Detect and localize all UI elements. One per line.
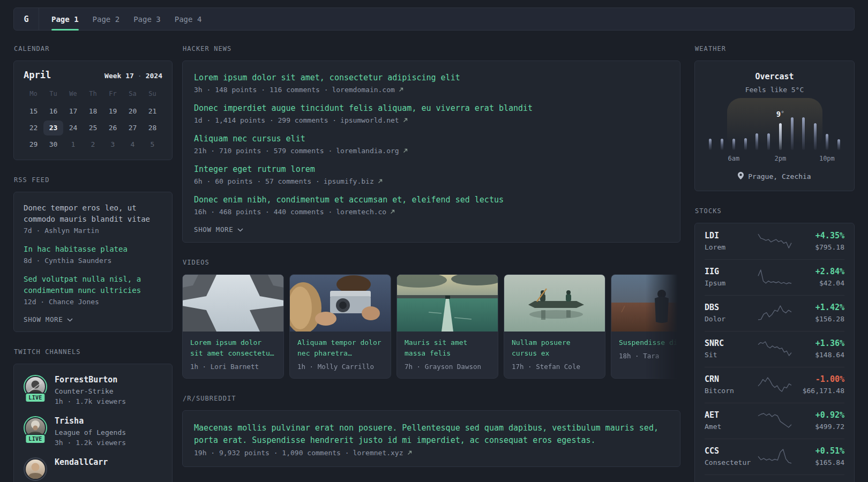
- calendar-year: 2024: [146, 72, 162, 80]
- video-card[interactable]: Lorem ipsum dolor sit amet consectetu… 1…: [182, 274, 284, 379]
- video-card[interactable]: Aliquam tempor dolor nec pharetra… 1h · …: [289, 274, 391, 379]
- weather-chart: 9°: [705, 101, 844, 150]
- video-meta: 18h · Tara: [619, 352, 680, 360]
- video-thumbnail-canoe-lake: [504, 275, 605, 332]
- hn-show-more-button[interactable]: SHOW MORE: [194, 225, 243, 234]
- external-link-icon: [403, 118, 408, 123]
- video-thumbnail-camera-hands: [290, 275, 391, 332]
- weather-bar: [791, 117, 794, 150]
- tab-page-4[interactable]: Page 4: [168, 8, 209, 30]
- hn-item-domain[interactable]: loremlandia.org: [336, 147, 399, 155]
- subreddit-post-title[interactable]: Maecenas mollis pulvinar erat non posuer…: [194, 422, 669, 447]
- tab-page-3[interactable]: Page 3: [126, 8, 168, 30]
- video-title[interactable]: Lorem ipsum dolor sit amet consectetu…: [190, 337, 276, 359]
- twitch-channel-name[interactable]: ForrestBurton: [55, 375, 126, 385]
- hn-item-title[interactable]: Lorem ipsum dolor sit amet, consectetur …: [194, 72, 669, 84]
- stock-symbol[interactable]: SNRC: [705, 338, 755, 348]
- video-card[interactable]: Nullam posuere cursus ex 17h · Stefan Co…: [504, 274, 605, 379]
- video-title[interactable]: Nullam posuere cursus ex: [512, 337, 597, 359]
- stock-row[interactable]: CRN Bitcorn -1.00% $66,171.48: [705, 367, 844, 403]
- stock-symbol[interactable]: AET: [705, 410, 755, 420]
- rss-show-more-button[interactable]: SHOW MORE: [24, 315, 73, 323]
- hn-item: Donec enim nibh, condimentum et accumsan…: [194, 194, 669, 216]
- weather-times: 6am2pm10pm: [705, 155, 844, 163]
- twitch-channel-name[interactable]: Trisha: [55, 416, 126, 426]
- rss-item-title[interactable]: In hac habitasse platea: [24, 244, 162, 255]
- hn-item-title[interactable]: Aliquam nec cursus elit: [194, 133, 669, 145]
- twitch-widget-title: TWITCH CHANNELS: [14, 348, 173, 356]
- stock-symbol[interactable]: IIG: [705, 267, 755, 276]
- stock-row[interactable]: SNRC Sit +1.36% $148.64: [705, 331, 844, 367]
- live-badge: LIVE: [25, 434, 46, 444]
- rss-item-meta: 8d · Cynthia Saunders: [24, 257, 162, 265]
- stock-symbol[interactable]: LDI: [705, 231, 755, 240]
- header-bar: G Page 1 Page 2 Page 3 Page 4: [13, 7, 855, 31]
- stock-sparkline: [755, 448, 794, 464]
- live-badge: LIVE: [25, 393, 46, 403]
- hn-item-title[interactable]: Donec enim nibh, condimentum et accumsan…: [194, 194, 669, 206]
- calendar-month: April: [24, 70, 51, 80]
- app-logo[interactable]: G: [14, 8, 39, 30]
- subreddit-widget: /R/SUBREDDIT Maecenas mollis pulvinar er…: [182, 395, 680, 467]
- rss-item-title[interactable]: Sed volutpat nulla nisl, a condimentum n…: [24, 274, 162, 296]
- calendar-day: 30: [43, 137, 63, 152]
- hn-item-title[interactable]: Donec imperdiet augue tincidunt felis al…: [194, 103, 669, 114]
- calendar-day: 24: [63, 120, 83, 135]
- twitch-channel-meta: 1h · 1.7k viewers: [55, 397, 126, 405]
- subreddit-post-domain[interactable]: loremnet.xyz: [353, 449, 403, 457]
- weather-widget-title: WEATHER: [695, 45, 855, 52]
- hn-item-meta: 3h · 148 points · 116 comments ·: [194, 86, 328, 94]
- tab-page-2[interactable]: Page 2: [86, 8, 127, 30]
- stock-name: Amet: [705, 423, 755, 431]
- hacker-news-card: Lorem ipsum dolor sit amet, consectetur …: [182, 61, 680, 243]
- dashboard-page: G Page 1 Page 2 Page 3 Page 4 CALENDAR A…: [0, 0, 868, 482]
- stock-row[interactable]: DBS Dolor +1.42% $156.28: [705, 295, 844, 331]
- twitch-channel-name[interactable]: KendallCarr: [55, 457, 108, 468]
- stocks-widget: STOCKS LDI Lorem +4.35% $795.18: [694, 207, 855, 482]
- hn-item-title[interactable]: Integer eget rutrum lorem: [194, 164, 669, 175]
- weather-bar: [767, 133, 770, 150]
- video-title[interactable]: Mauris sit amet massa felis: [405, 337, 490, 359]
- rss-item[interactable]: Donec tempor eros leo, ut commodo mauris…: [24, 202, 162, 235]
- stock-symbol[interactable]: CCS: [705, 446, 755, 456]
- stock-price: $148.64: [794, 351, 844, 359]
- stock-name: Consectetur: [705, 458, 755, 466]
- external-link-icon: [378, 179, 383, 184]
- weather-bar: [732, 139, 735, 150]
- subreddit-post: Maecenas mollis pulvinar erat non posuer…: [194, 422, 669, 457]
- video-card[interactable]: Suspendisse diam 18h · Tara: [611, 274, 680, 379]
- rss-item[interactable]: In hac habitasse platea 8d · Cynthia Sau…: [24, 244, 162, 265]
- rss-item[interactable]: Sed volutpat nulla nisl, a condimentum n…: [24, 274, 162, 306]
- external-link-icon: [399, 87, 403, 92]
- hn-item-meta: 21h · 710 points · 579 comments ·: [194, 147, 332, 155]
- twitch-channel-row[interactable]: LIVE ForrestBurton Counter-Strike 1h · 1…: [24, 375, 162, 405]
- calendar-day: 2: [83, 137, 103, 152]
- stock-row[interactable]: AHS +0.46%: [705, 475, 844, 482]
- stock-row[interactable]: CCS Consectetur +0.51% $165.84: [705, 439, 844, 475]
- twitch-channel-row[interactable]: LIVE Trisha League of Legends 3h · 1.2k …: [24, 416, 162, 447]
- video-meta: 1h · Lori Barnett: [190, 363, 276, 371]
- dot-separator: ·: [138, 72, 142, 80]
- stock-symbol[interactable]: DBS: [705, 303, 755, 312]
- twitch-channel-row[interactable]: KendallCarr: [24, 457, 162, 481]
- video-title[interactable]: Suspendisse diam: [619, 337, 680, 348]
- hn-item-domain[interactable]: ipsumify.biz: [324, 177, 374, 185]
- stock-row[interactable]: AET Amet +0.92% $499.72: [705, 403, 844, 439]
- stock-price: $795.18: [794, 243, 844, 251]
- video-card[interactable]: Mauris sit amet massa felis 7h · Grayson…: [396, 274, 498, 379]
- weather-bar: [744, 138, 747, 150]
- stock-change: +0.92%: [794, 410, 844, 420]
- stock-symbol[interactable]: CRN: [705, 374, 755, 384]
- calendar-week: Week 17: [104, 72, 134, 80]
- hn-item-domain[interactable]: loremdomain.com: [332, 86, 394, 94]
- stock-row[interactable]: IIG Ipsum +2.84% $42.04: [705, 259, 844, 295]
- video-title[interactable]: Aliquam tempor dolor nec pharetra…: [297, 337, 383, 359]
- rss-item-title[interactable]: Donec tempor eros leo, ut commodo mauris…: [24, 202, 162, 225]
- stock-change: +1.36%: [794, 338, 844, 348]
- tab-page-1[interactable]: Page 1: [44, 8, 86, 30]
- avatar: [24, 457, 47, 481]
- stock-row[interactable]: LDI Lorem +4.35% $795.18: [705, 224, 844, 259]
- videos-widget-title: VIDEOS: [183, 259, 680, 266]
- hn-item-domain[interactable]: loremtech.co: [336, 208, 386, 216]
- hn-item-domain[interactable]: ipsumworld.net: [340, 116, 399, 124]
